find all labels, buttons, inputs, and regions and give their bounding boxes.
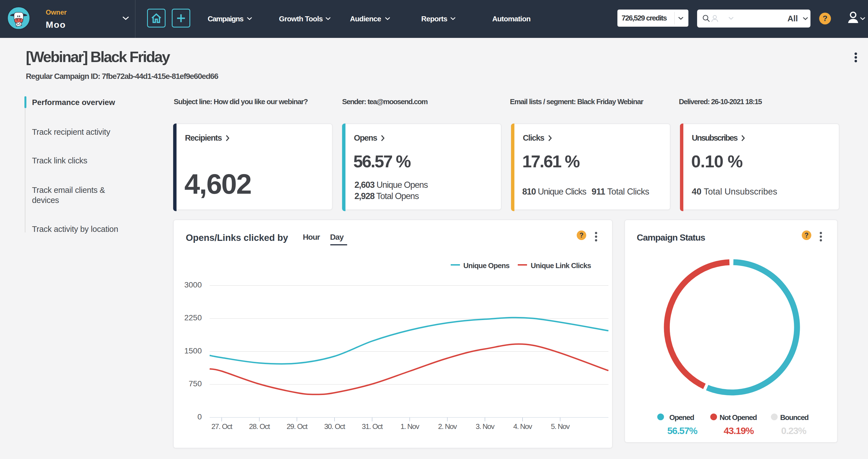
svg-text:28. Oct: 28. Oct [249,422,270,431]
svg-text:Unique Opens: Unique Opens [463,262,509,270]
svg-text:3. Nov: 3. Nov [476,422,495,431]
svg-text:3000: 3000 [184,280,202,289]
svg-text:0.23%: 0.23% [781,425,807,436]
svg-text:27. Oct: 27. Oct [211,422,232,431]
svg-text:Bounced: Bounced [780,413,808,422]
svg-text:56.57%: 56.57% [668,425,698,436]
svg-text:Unique Link Clicks: Unique Link Clicks [531,262,591,270]
svg-text:43.19%: 43.19% [724,425,754,436]
svg-text:2. Nov: 2. Nov [438,422,457,431]
svg-text:Not Opened: Not Opened [719,413,757,422]
svg-text:2250: 2250 [184,313,202,322]
svg-text:1. Nov: 1. Nov [400,422,420,431]
svg-text:1500: 1500 [184,346,202,355]
svg-text:5. Nov: 5. Nov [551,422,570,431]
svg-text:Opened: Opened [669,413,694,422]
svg-text:0: 0 [197,412,202,421]
svg-text:29. Oct: 29. Oct [286,422,308,431]
svg-text:30. Oct: 30. Oct [324,422,345,431]
svg-text:31. Oct: 31. Oct [362,422,383,431]
svg-text:750: 750 [189,379,202,388]
svg-text:4. Nov: 4. Nov [513,422,532,431]
